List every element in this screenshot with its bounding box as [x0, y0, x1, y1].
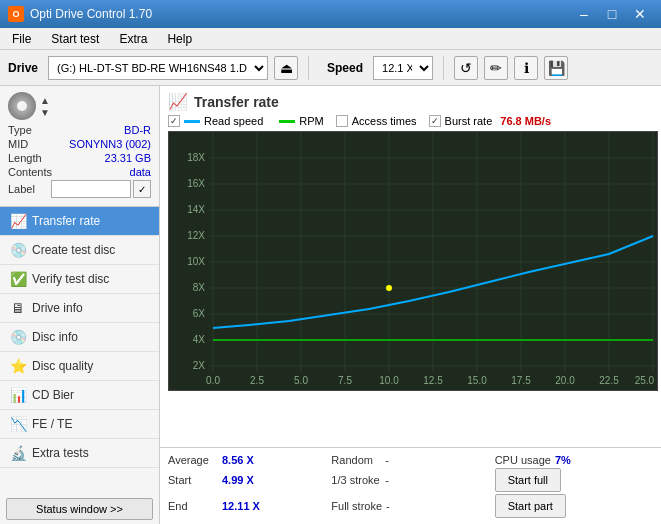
eject-button[interactable]: ⏏: [274, 56, 298, 80]
nav-label-verify-test-disc: Verify test disc: [32, 272, 109, 286]
svg-text:5.0: 5.0: [294, 375, 308, 386]
nav-item-extra-tests[interactable]: 🔬 Extra tests: [0, 439, 159, 468]
stat-start-row: Start 4.99 X: [168, 468, 331, 492]
save-button[interactable]: 💾: [544, 56, 568, 80]
mid-value: SONYNN3 (002): [69, 138, 151, 150]
nav-label-disc-quality: Disc quality: [32, 359, 93, 373]
menu-start-test[interactable]: Start test: [43, 30, 107, 48]
info-button[interactable]: ℹ: [514, 56, 538, 80]
svg-text:15.0: 15.0: [467, 375, 487, 386]
nav-item-create-test-disc[interactable]: 💿 Create test disc: [0, 236, 159, 265]
svg-text:2X: 2X: [193, 360, 206, 371]
nav-item-disc-info[interactable]: 💿 Disc info: [0, 323, 159, 352]
svg-text:22.5: 22.5: [599, 375, 619, 386]
chart-container: 📈 Transfer rate ✓ Read speed RPM Access …: [160, 86, 661, 447]
disc-label-row: Label ✓: [8, 180, 151, 198]
svg-text:12X: 12X: [187, 230, 205, 241]
legend-checkbox-access[interactable]: [336, 115, 348, 127]
end-value: 12.11 X: [222, 500, 262, 512]
svg-text:0.0: 0.0: [206, 375, 220, 386]
cpu-value: 7%: [555, 454, 595, 466]
menu-help[interactable]: Help: [159, 30, 200, 48]
status-window-button[interactable]: Status window >>: [6, 498, 153, 520]
menu-file[interactable]: File: [4, 30, 39, 48]
end-label: End: [168, 500, 218, 512]
legend-read-speed: ✓ Read speed: [168, 115, 263, 127]
stat-random-row: Random -: [331, 454, 494, 466]
random-label: Random: [331, 454, 381, 466]
close-button[interactable]: ✕: [627, 4, 653, 24]
contents-value[interactable]: data: [130, 166, 151, 178]
start-label: Start: [168, 474, 218, 486]
title-bar: O Opti Drive Control 1.70 – □ ✕: [0, 0, 661, 28]
stat-end-row: End 12.11 X: [168, 494, 331, 518]
toolbar-separator-1: [308, 56, 309, 80]
drive-selector[interactable]: (G:) HL-DT-ST BD-RE WH16NS48 1.D3: [48, 56, 268, 80]
svg-text:6X: 6X: [193, 308, 206, 319]
disc-length-row: Length 23.31 GB: [8, 152, 151, 164]
contents-label: Contents: [8, 166, 52, 178]
drive-label: Drive: [8, 61, 38, 75]
svg-text:4X: 4X: [193, 334, 206, 345]
legend-label-access: Access times: [352, 115, 417, 127]
legend-label-read: Read speed: [204, 115, 263, 127]
drive-info-icon: 🖥: [10, 300, 26, 316]
nav-menu: 📈 Transfer rate 💿 Create test disc ✅ Ver…: [0, 207, 159, 494]
legend-checkbox-read[interactable]: ✓: [168, 115, 180, 127]
main-area: ▲ ▼ Type BD-R MID SONYNN3 (002) Length 2…: [0, 86, 661, 524]
nav-label-create-test-disc: Create test disc: [32, 243, 115, 257]
menu-bar: File Start test Extra Help: [0, 28, 661, 50]
label-input[interactable]: [51, 180, 131, 198]
nav-item-fe-te[interactable]: 📉 FE / TE: [0, 410, 159, 439]
transfer-rate-icon: 📈: [10, 213, 26, 229]
type-value: BD-R: [124, 124, 151, 136]
mid-label: MID: [8, 138, 28, 150]
burst-rate-value: 76.8 MB/s: [500, 115, 551, 127]
nav-label-drive-info: Drive info: [32, 301, 83, 315]
stat-full-stroke-row: Full stroke -: [331, 494, 494, 518]
extra-tests-icon: 🔬: [10, 445, 26, 461]
disc-quality-icon: ⭐: [10, 358, 26, 374]
nav-label-cd-bier: CD Bier: [32, 388, 74, 402]
start-part-button[interactable]: Start part: [495, 494, 566, 518]
speed-selector[interactable]: 12.1 X: [373, 56, 433, 80]
toolbar-separator-2: [443, 56, 444, 80]
nav-item-cd-bier[interactable]: 📊 CD Bier: [0, 381, 159, 410]
menu-extra[interactable]: Extra: [111, 30, 155, 48]
start-full-button[interactable]: Start full: [495, 468, 561, 492]
stat-start-full-btn-row: Start full: [495, 468, 658, 492]
maximize-button[interactable]: □: [599, 4, 625, 24]
refresh-button[interactable]: ↺: [454, 56, 478, 80]
arrow-up-icon[interactable]: ▲: [40, 95, 50, 106]
legend-access-times: Access times: [336, 115, 417, 127]
svg-text:7.5: 7.5: [338, 375, 352, 386]
nav-label-transfer-rate: Transfer rate: [32, 214, 100, 228]
svg-text:17.5: 17.5: [511, 375, 531, 386]
nav-label-extra-tests: Extra tests: [32, 446, 89, 460]
edit-button[interactable]: ✏: [484, 56, 508, 80]
length-value: 23.31 GB: [105, 152, 151, 164]
stroke1-label: 1/3 stroke: [331, 474, 381, 486]
cd-bier-icon: 📊: [10, 387, 26, 403]
svg-text:8X: 8X: [193, 282, 206, 293]
nav-item-verify-test-disc[interactable]: ✅ Verify test disc: [0, 265, 159, 294]
title-bar-left: O Opti Drive Control 1.70: [8, 6, 152, 22]
full-stroke-value: -: [386, 500, 390, 512]
disc-arrows: ▲ ▼: [40, 95, 50, 118]
disc-mid-row: MID SONYNN3 (002): [8, 138, 151, 150]
fe-te-icon: 📉: [10, 416, 26, 432]
nav-item-disc-quality[interactable]: ⭐ Disc quality: [0, 352, 159, 381]
legend-checkbox-burst[interactable]: ✓: [429, 115, 441, 127]
nav-item-drive-info[interactable]: 🖥 Drive info: [0, 294, 159, 323]
speed-label: Speed: [327, 61, 363, 75]
nav-item-transfer-rate[interactable]: 📈 Transfer rate: [0, 207, 159, 236]
nav-label-disc-info: Disc info: [32, 330, 78, 344]
disc-info-section: ▲ ▼ Type BD-R MID SONYNN3 (002) Length 2…: [0, 86, 159, 207]
minimize-button[interactable]: –: [571, 4, 597, 24]
type-label: Type: [8, 124, 32, 136]
label-apply-button[interactable]: ✓: [133, 180, 151, 198]
create-test-disc-icon: 💿: [10, 242, 26, 258]
arrow-down-icon[interactable]: ▼: [40, 107, 50, 118]
svg-text:10.0: 10.0: [379, 375, 399, 386]
stat-cpu-row: CPU usage 7%: [495, 454, 658, 466]
